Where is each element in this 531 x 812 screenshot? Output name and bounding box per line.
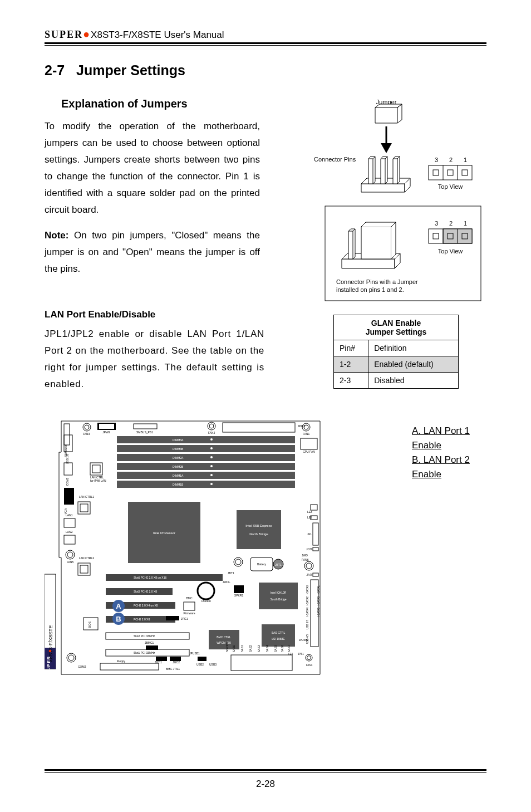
- svg-rect-71: [117, 463, 295, 470]
- callout-a: A: [112, 600, 125, 612]
- svg-rect-33: [134, 424, 157, 429]
- svg-text:LAN2: LAN2: [66, 530, 73, 534]
- link-lan2: B. LAN Port 2 Enable: [412, 453, 486, 482]
- svg-text:JBT1: JBT1: [275, 563, 282, 566]
- manual-title: X8ST3-F/X8STE User's Manual: [91, 30, 224, 41]
- svg-rect-88: [237, 510, 281, 549]
- svg-text:JAR: JAR: [307, 573, 312, 576]
- header-rule-thick: [45, 42, 486, 44]
- svg-rect-63: [80, 504, 88, 512]
- svg-text:I-SATA3: I-SATA3: [317, 596, 320, 606]
- svg-text:DIMM3B: DIMM3B: [173, 447, 184, 451]
- board-row: X8ST3-F/X8STE SUPER KB/Mouse FAN3 JPW2 S…: [45, 418, 486, 682]
- svg-text:SAS1: SAS1: [240, 645, 244, 652]
- label-connector-pins: Connector Pins: [314, 156, 356, 163]
- svg-text:LAN
CTRL1: LAN CTRL1: [79, 495, 94, 498]
- svg-point-84: [210, 474, 213, 476]
- svg-text:USB 6/7: USB 6/7: [306, 620, 309, 629]
- brand-dot-icon: ●: [83, 28, 90, 41]
- svg-text:JPW2: JPW2: [102, 431, 110, 434]
- svg-text:Floppy: Floppy: [117, 659, 126, 663]
- motherboard-diagram: X8ST3-F/X8STE SUPER KB/Mouse FAN3 JPW2 S…: [45, 418, 323, 682]
- connector-jumpered-icon: [342, 222, 400, 268]
- svg-text:JPG1: JPG1: [181, 617, 188, 620]
- svg-text:DIMM2A: DIMM2A: [173, 456, 184, 459]
- lan-para: JPL1/JPL2 enable or disable LAN Port 1/L…: [45, 326, 264, 393]
- svg-text:I-SATA2: I-SATA2: [306, 596, 309, 606]
- svg-rect-73: [117, 481, 295, 488]
- svg-text:JPS1: JPS1: [298, 653, 304, 656]
- svg-text:FAN1: FAN1: [303, 432, 310, 436]
- svg-text:JPUSB1: JPUSB1: [189, 652, 200, 655]
- svg-text:SAS5: SAS5: [274, 645, 277, 652]
- svg-rect-166: [100, 663, 159, 670]
- intro-right: Jumper Connector Pins: [271, 97, 486, 309]
- svg-rect-145: [262, 624, 295, 647]
- svg-text:JOH: JOH: [306, 547, 312, 551]
- svg-text:FAN6: FAN6: [302, 558, 309, 561]
- svg-text:2: 2: [449, 156, 453, 163]
- svg-text:Slot2 PCI 33MHz: Slot2 PCI 33MHz: [134, 634, 155, 638]
- svg-text:PCI-E 2.0 X4 on X8: PCI-E 2.0 X4 on X8: [134, 604, 158, 607]
- svg-text:LAN
CTRL2: LAN CTRL2: [79, 556, 94, 560]
- svg-text:A: A: [116, 602, 121, 610]
- svg-point-80: [210, 438, 213, 441]
- svg-rect-126: [259, 583, 298, 609]
- jumper-diagram: Jumper Connector Pins: [303, 97, 486, 309]
- lower-top-view: 3 2 1 Top View: [429, 220, 472, 255]
- svg-text:Intel Processor: Intel Processor: [153, 531, 175, 535]
- svg-text:BIOS: BIOS: [88, 621, 91, 628]
- svg-text:BMC CTRL: BMC CTRL: [217, 635, 231, 639]
- svg-text:USB2: USB2: [196, 663, 204, 666]
- note-label: Note:: [45, 230, 68, 241]
- svg-text:JI2C2: JI2C2: [173, 661, 180, 664]
- svg-text:1: 1: [464, 220, 467, 227]
- link-list: A. LAN Port 1 Enable B. LAN Port 2 Enabl…: [412, 424, 486, 482]
- svg-rect-108: [313, 573, 318, 576]
- svg-text:DIMM2B: DIMM2B: [173, 465, 184, 468]
- svg-text:Top View: Top View: [438, 248, 463, 255]
- svg-rect-68: [117, 436, 295, 443]
- svg-text:SAS7: SAS7: [287, 645, 291, 652]
- svg-text:North Bridge: North Bridge: [249, 532, 268, 536]
- svg-text:DIMM3A: DIMM3A: [173, 438, 184, 442]
- section-title-text: Jumper Settings: [76, 62, 185, 78]
- svg-text:for IPMI LAN: for IPMI LAN: [90, 479, 106, 482]
- svg-text:SPKR1: SPKR1: [234, 594, 244, 597]
- callout-b: B: [112, 613, 125, 625]
- battery-icon: Battery JBT1: [250, 557, 283, 571]
- svg-text:JBT1: JBT1: [228, 571, 234, 575]
- explanation-para1: To modify the operation of the motherboa…: [45, 118, 260, 218]
- svg-text:LE3: LE3: [307, 510, 312, 513]
- svg-marker-1: [381, 143, 392, 153]
- glan-table-header: GLAN Enable Jumper Settings: [334, 315, 459, 340]
- lan-right: GLAN Enable Jumper Settings Pin# Definit…: [333, 309, 486, 389]
- svg-text:I-SATA4: I-SATA4: [306, 608, 309, 617]
- col-pin-header: Pin#: [334, 340, 368, 356]
- svg-text:FAN3: FAN3: [83, 432, 90, 436]
- svg-text:I-SATA0: I-SATA0: [306, 585, 309, 595]
- intro-row: Explanation of Jumpers To modify the ope…: [45, 97, 486, 309]
- brand-super: SUPER: [45, 29, 83, 41]
- table-row: 2-3 Disabled: [334, 373, 459, 389]
- svg-rect-138: [166, 616, 179, 620]
- svg-rect-72: [117, 472, 295, 479]
- svg-text:DIMM1A: DIMM1A: [173, 474, 184, 477]
- svg-text:Battery: Battery: [257, 562, 266, 566]
- svg-text:PCI-E 2.0 X8: PCI-E 2.0 X8: [134, 618, 150, 621]
- svg-text:SAS2: SAS2: [249, 645, 252, 652]
- top-view-small: 3 2 1 Top View: [429, 156, 472, 190]
- svg-text:JWD: JWD: [302, 554, 308, 557]
- footer-rule-thick: [45, 769, 486, 771]
- svg-rect-96: [311, 505, 317, 510]
- footer-rule-thin: [45, 772, 486, 773]
- svg-text:JWOL: JWOL: [223, 580, 230, 584]
- svg-text:Slot6 PCI-E 2.0 X8 on X16: Slot6 PCI-E 2.0 X8 on X16: [134, 576, 166, 579]
- svg-text:2: 2: [449, 220, 453, 227]
- svg-text:3: 3: [435, 156, 438, 163]
- svg-text:LSI 1068E: LSI 1068E: [272, 637, 285, 640]
- svg-text:SAS4: SAS4: [266, 645, 269, 652]
- lan-left: LAN Port Enable/Disable JPL1/JPL2 enable…: [45, 309, 264, 402]
- svg-rect-102: [313, 547, 318, 551]
- explanation-heading: Explanation of Jumpers: [61, 97, 260, 110]
